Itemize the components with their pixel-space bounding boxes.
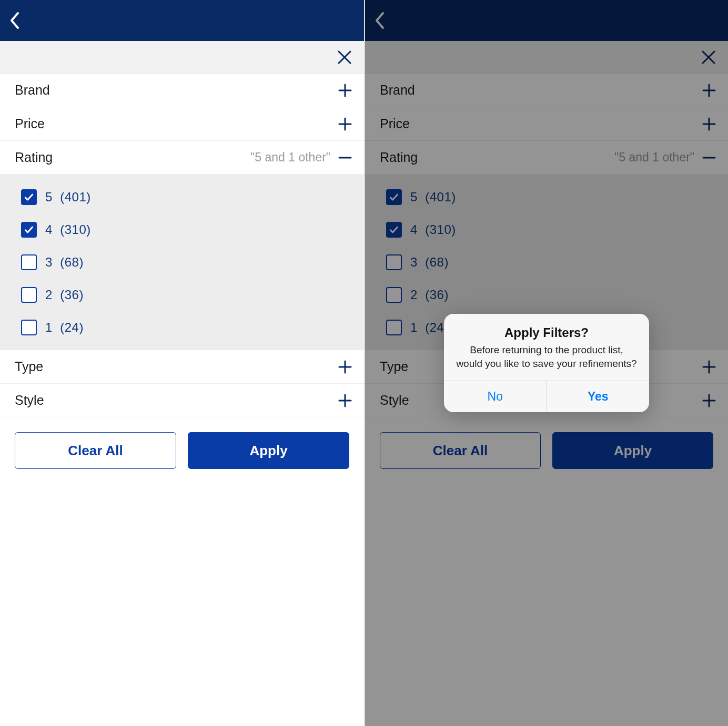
option-label: 3 (68) xyxy=(45,255,84,270)
filter-label: Rating xyxy=(15,150,53,165)
alert-yes-button[interactable]: Yes xyxy=(547,381,650,412)
filter-row-type[interactable]: Type xyxy=(0,350,364,384)
minus-icon xyxy=(338,150,352,165)
buttons-row: Clear All Apply xyxy=(0,417,364,484)
rating-options: 5 (401) 4 (310) 3 (68) 2 (36) 1 (24) xyxy=(0,175,364,350)
back-button[interactable] xyxy=(9,11,20,30)
apply-filters-alert: Apply Filters? Before returning to the p… xyxy=(444,314,649,412)
rating-option-2[interactable]: 2 (36) xyxy=(0,279,364,311)
clear-all-button[interactable]: Clear All xyxy=(15,432,176,469)
alert-title: Apply Filters? xyxy=(456,325,638,340)
rating-option-5[interactable]: 5 (401) xyxy=(0,181,364,213)
option-label: 4 (310) xyxy=(45,222,91,237)
modal-overlay: Apply Filters? Before returning to the p… xyxy=(365,0,728,726)
checkbox-checked[interactable] xyxy=(21,222,37,238)
filter-row-price[interactable]: Price xyxy=(0,107,364,141)
filter-row-rating[interactable]: Rating "5 and 1 other" xyxy=(0,141,364,175)
checkbox-checked[interactable] xyxy=(21,189,37,205)
rating-option-3[interactable]: 3 (68) xyxy=(0,246,364,279)
checkbox-unchecked[interactable] xyxy=(21,287,37,303)
close-icon[interactable] xyxy=(337,49,352,65)
filter-label: Style xyxy=(15,393,44,408)
option-label: 2 (36) xyxy=(45,288,84,302)
plus-icon xyxy=(338,393,352,408)
filter-label: Brand xyxy=(15,83,50,98)
close-row xyxy=(0,41,364,74)
apply-button[interactable]: Apply xyxy=(188,432,349,469)
checkbox-unchecked[interactable] xyxy=(21,254,37,270)
panel-right: Brand Price Rating "5 and 1 other" xyxy=(364,0,728,726)
alert-message: Before returning to the product list, wo… xyxy=(456,343,638,370)
filter-label: Price xyxy=(15,116,45,131)
filter-screen-left: Brand Price Rating "5 and 1 other" xyxy=(0,0,364,726)
option-label: 5 (401) xyxy=(45,190,91,204)
filter-row-brand[interactable]: Brand xyxy=(0,74,364,107)
navbar xyxy=(0,0,364,41)
alert-no-button[interactable]: No xyxy=(444,381,547,412)
panel-left: Brand Price Rating "5 and 1 other" xyxy=(0,0,364,726)
rating-option-4[interactable]: 4 (310) xyxy=(0,213,364,246)
rating-option-1[interactable]: 1 (24) xyxy=(0,311,364,344)
filter-row-style[interactable]: Style xyxy=(0,384,364,417)
filter-label: Type xyxy=(15,359,43,374)
plus-icon xyxy=(338,360,352,374)
checkbox-unchecked[interactable] xyxy=(21,320,37,335)
filter-summary: "5 and 1 other" xyxy=(250,150,330,165)
option-label: 1 (24) xyxy=(45,320,84,335)
plus-icon xyxy=(338,83,352,98)
plus-icon xyxy=(338,117,352,131)
